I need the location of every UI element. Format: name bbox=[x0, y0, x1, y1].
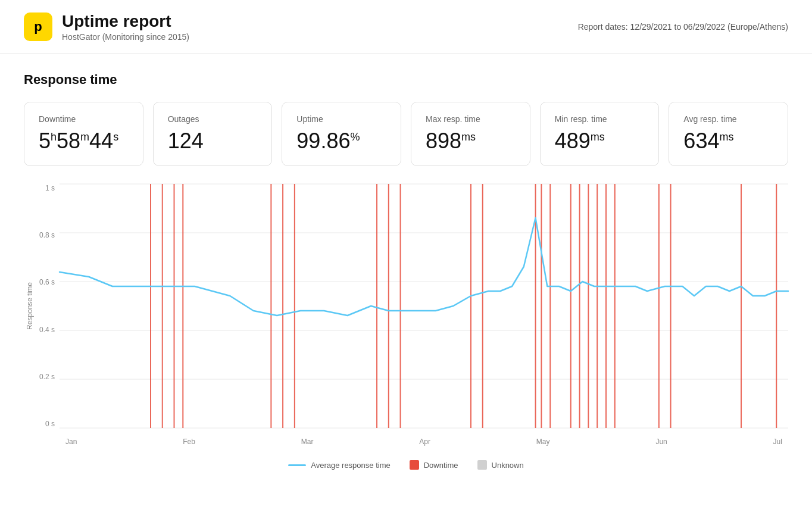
legend-avg-label: Average response time bbox=[311, 461, 390, 470]
stat-label-min-resp: Min resp. time bbox=[555, 114, 645, 124]
stat-label-outages: Outages bbox=[168, 114, 258, 124]
chart-container: 1 s 0.8 s 0.6 s 0.4 s 0.2 s 0 s Response… bbox=[24, 184, 788, 470]
legend-unknown-rect bbox=[477, 460, 487, 470]
stat-card-downtime: Downtime 5h58m44s bbox=[24, 102, 143, 166]
header-info: Uptime report HostGator (Monitoring sinc… bbox=[62, 12, 189, 42]
stat-label-uptime: Uptime bbox=[296, 114, 386, 124]
y-label-06s: 0.6 s bbox=[39, 278, 55, 286]
stat-card-avg-resp: Avg resp. time 634ms bbox=[669, 102, 788, 166]
page-title: Uptime report bbox=[62, 12, 189, 31]
legend-avg: Average response time bbox=[288, 461, 390, 470]
stat-card-max-resp: Max resp. time 898ms bbox=[411, 102, 530, 166]
stats-row: Downtime 5h58m44s Outages 124 Uptime 99.… bbox=[24, 102, 788, 166]
y-label-08s: 0.8 s bbox=[39, 231, 55, 239]
header-left: p Uptime report HostGator (Monitoring si… bbox=[24, 12, 189, 42]
stat-value-min-resp: 489ms bbox=[555, 129, 645, 154]
report-dates: Report dates: 12/29/2021 to 06/29/2022 (… bbox=[578, 22, 788, 32]
legend-downtime: Downtime bbox=[410, 460, 458, 470]
x-label-jun: Jun bbox=[655, 438, 667, 446]
legend-downtime-label: Downtime bbox=[424, 461, 458, 470]
x-label-jul: Jul bbox=[773, 438, 782, 446]
y-axis-label: Response time bbox=[26, 282, 34, 330]
y-label-0s: 0 s bbox=[45, 420, 55, 428]
legend-unknown: Unknown bbox=[477, 460, 524, 470]
x-label-feb: Feb bbox=[183, 438, 195, 446]
legend-unknown-label: Unknown bbox=[492, 461, 524, 470]
y-label-04s: 0.4 s bbox=[39, 326, 55, 334]
x-label-apr: Apr bbox=[419, 438, 430, 446]
x-label-mar: Mar bbox=[301, 438, 314, 446]
section-title: Response time bbox=[24, 72, 788, 88]
x-label-jan: Jan bbox=[65, 438, 77, 446]
stat-value-avg-resp: 634ms bbox=[683, 129, 773, 154]
stat-label-avg-resp: Avg resp. time bbox=[683, 114, 773, 124]
chart-svg bbox=[60, 184, 788, 428]
main-content: Response time Downtime 5h58m44s Outages … bbox=[0, 54, 812, 488]
page-header: p Uptime report HostGator (Monitoring si… bbox=[0, 0, 812, 54]
stat-value-downtime: 5h58m44s bbox=[39, 129, 129, 154]
logo-text: p bbox=[34, 19, 42, 35]
stat-value-uptime: 99.86% bbox=[296, 129, 386, 154]
stat-value-max-resp: 898ms bbox=[426, 129, 516, 154]
y-label-1s: 1 s bbox=[45, 184, 55, 192]
stat-value-outages: 124 bbox=[168, 129, 258, 154]
stat-card-uptime: Uptime 99.86% bbox=[282, 102, 401, 166]
stat-card-outages: Outages 124 bbox=[153, 102, 273, 166]
legend-avg-line bbox=[288, 464, 306, 466]
chart-legend: Average response time Downtime Unknown bbox=[24, 460, 788, 470]
page-subtitle: HostGator (Monitoring since 2015) bbox=[62, 32, 189, 42]
stat-label-downtime: Downtime bbox=[39, 114, 129, 124]
stat-label-max-resp: Max resp. time bbox=[426, 114, 516, 124]
stat-card-min-resp: Min resp. time 489ms bbox=[540, 102, 660, 166]
legend-downtime-rect bbox=[410, 460, 419, 470]
x-label-may: May bbox=[536, 438, 550, 446]
y-label-02s: 0.2 s bbox=[39, 373, 55, 381]
logo: p bbox=[24, 13, 52, 41]
